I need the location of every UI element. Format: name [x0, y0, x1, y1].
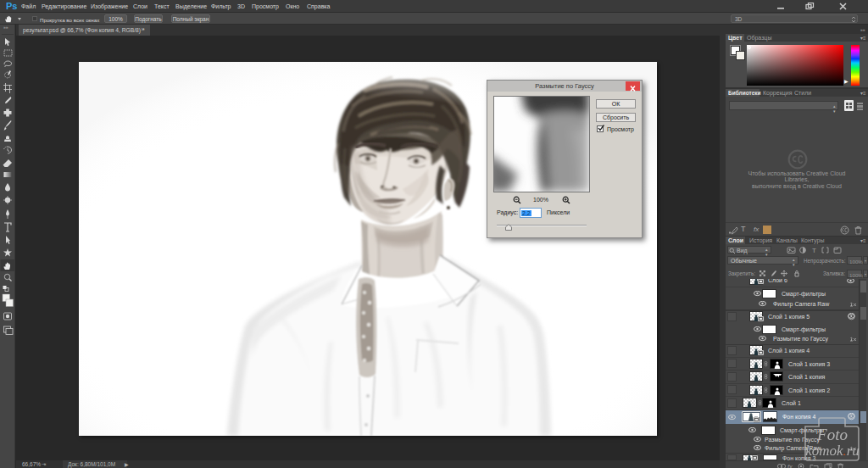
svg-text:T: T	[812, 247, 816, 254]
svg-text:komok.ru: komok.ru	[805, 443, 860, 459]
svg-text:fx: fx	[787, 463, 793, 468]
svg-text:Foto: Foto	[816, 426, 848, 443]
